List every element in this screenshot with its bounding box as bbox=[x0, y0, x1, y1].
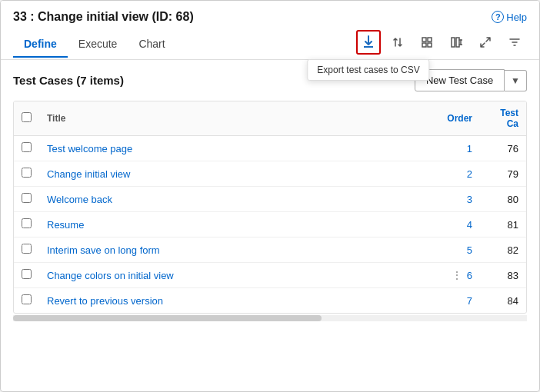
section-title: Test Cases (7 items) bbox=[13, 74, 124, 87]
new-test-case-group: New Test Case ▼ bbox=[415, 69, 527, 91]
row-checkbox-cell bbox=[14, 161, 39, 187]
row-title[interactable]: Revert to previous version bbox=[39, 288, 434, 314]
row-dots-menu[interactable]: ⋮ bbox=[452, 269, 462, 281]
row-checkbox[interactable] bbox=[22, 142, 32, 152]
row-checkbox-cell bbox=[14, 263, 39, 288]
row-testcase: 82 bbox=[480, 238, 526, 263]
row-testcase: 79 bbox=[480, 161, 526, 187]
table-row: Resume481 bbox=[14, 212, 526, 238]
row-order: 5 bbox=[434, 238, 480, 263]
header: 33 : Change initial view (ID: 68) ? Help… bbox=[1, 1, 539, 59]
row-order: 3 bbox=[434, 187, 480, 212]
row-checkbox-cell bbox=[14, 288, 39, 314]
new-test-case-dropdown-button[interactable]: ▼ bbox=[505, 70, 527, 91]
row-testcase: 83 bbox=[480, 263, 526, 288]
row-order: 1 bbox=[434, 136, 480, 161]
svg-rect-0 bbox=[422, 38, 426, 42]
row-checkbox[interactable] bbox=[22, 218, 32, 228]
export-csv-tooltip: Export test cases to CSV bbox=[307, 59, 429, 81]
row-checkbox-cell bbox=[14, 187, 39, 212]
row-order: 4 bbox=[434, 212, 480, 238]
row-order: ⋮6 bbox=[434, 263, 480, 288]
columns-button[interactable] bbox=[444, 30, 468, 55]
row-checkbox[interactable] bbox=[22, 193, 32, 203]
help-link[interactable]: ? Help bbox=[492, 11, 527, 23]
header-title: Title bbox=[39, 101, 434, 136]
tab-define[interactable]: Define bbox=[13, 32, 68, 58]
toolbar: Export test cases to CSV bbox=[356, 30, 527, 59]
select-all-checkbox[interactable] bbox=[22, 112, 32, 122]
row-checkbox-cell bbox=[14, 212, 39, 238]
header-checkbox-cell bbox=[14, 101, 39, 136]
row-title[interactable]: Resume bbox=[39, 212, 434, 238]
tabs: Define Execute Chart bbox=[13, 32, 176, 58]
content: Test Cases (7 items) New Test Case ▼ Tit… bbox=[1, 60, 539, 331]
page-title: 33 : Change initial view (ID: 68) bbox=[13, 10, 194, 24]
tab-chart[interactable]: Chart bbox=[128, 32, 175, 58]
table-container: Title Order Test Ca Test welcome page176… bbox=[13, 101, 527, 314]
expand-button[interactable] bbox=[473, 30, 498, 55]
row-title[interactable]: Change initial view bbox=[39, 161, 434, 187]
table-row: Welcome back380 bbox=[14, 187, 526, 212]
row-title[interactable]: Change colors on initial view bbox=[39, 263, 434, 288]
tabs-toolbar-row: Define Execute Chart Export test cases t… bbox=[13, 30, 527, 59]
row-checkbox[interactable] bbox=[22, 294, 32, 304]
svg-rect-2 bbox=[422, 43, 426, 47]
main-window: 33 : Change initial view (ID: 68) ? Help… bbox=[0, 0, 540, 392]
svg-rect-5 bbox=[456, 38, 459, 47]
row-checkbox[interactable] bbox=[22, 168, 32, 178]
row-order: 7 bbox=[434, 288, 480, 314]
help-label: Help bbox=[506, 12, 527, 23]
row-checkbox[interactable] bbox=[22, 269, 32, 279]
table-row: Test welcome page176 bbox=[14, 136, 526, 161]
table-row: Interim save on long form582 bbox=[14, 238, 526, 263]
tab-execute[interactable]: Execute bbox=[68, 32, 128, 58]
table-row: Revert to previous version784 bbox=[14, 288, 526, 314]
table-row: Change colors on initial view⋮683 bbox=[14, 263, 526, 288]
help-icon: ? bbox=[492, 11, 504, 23]
row-testcase: 80 bbox=[480, 187, 526, 212]
grid-button[interactable] bbox=[415, 30, 439, 55]
table-body: Test welcome page176Change initial view2… bbox=[14, 136, 526, 314]
title-row: 33 : Change initial view (ID: 68) ? Help bbox=[13, 10, 527, 24]
export-csv-button[interactable] bbox=[356, 30, 381, 55]
row-testcase: 76 bbox=[480, 136, 526, 161]
row-testcase: 81 bbox=[480, 212, 526, 238]
section-header: Test Cases (7 items) New Test Case ▼ bbox=[13, 69, 527, 91]
row-checkbox-cell bbox=[14, 136, 39, 161]
test-cases-table: Title Order Test Ca Test welcome page176… bbox=[14, 101, 526, 313]
scrollbar-area[interactable] bbox=[13, 315, 527, 321]
row-testcase: 84 bbox=[480, 288, 526, 314]
svg-rect-4 bbox=[452, 38, 455, 47]
row-checkbox[interactable] bbox=[22, 244, 32, 254]
export-csv-wrapper: Export test cases to CSV bbox=[356, 30, 381, 55]
table-row: Change initial view279 bbox=[14, 161, 526, 187]
filter-button[interactable] bbox=[502, 30, 527, 55]
table-header-row: Title Order Test Ca bbox=[14, 101, 526, 136]
row-order: 2 bbox=[434, 161, 480, 187]
svg-rect-1 bbox=[428, 38, 432, 42]
scrollbar-thumb[interactable] bbox=[13, 315, 322, 321]
row-checkbox-cell bbox=[14, 238, 39, 263]
row-title[interactable]: Interim save on long form bbox=[39, 238, 434, 263]
header-order: Order bbox=[434, 101, 480, 136]
svg-rect-3 bbox=[428, 43, 432, 47]
row-title[interactable]: Welcome back bbox=[39, 187, 434, 212]
row-title[interactable]: Test welcome page bbox=[39, 136, 434, 161]
sort-button[interactable] bbox=[385, 30, 410, 55]
header-testcase: Test Ca bbox=[480, 101, 526, 136]
